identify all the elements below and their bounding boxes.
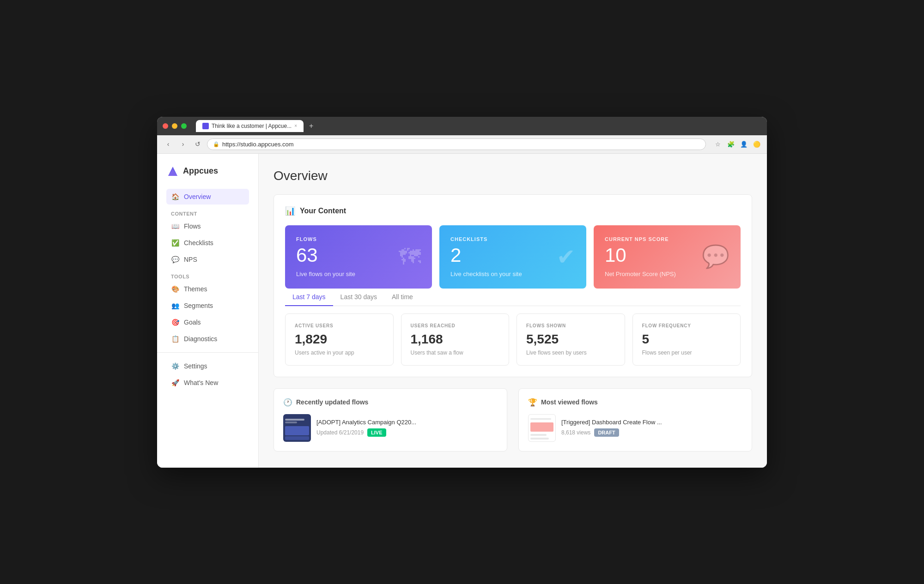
segments-icon: 👥 (171, 301, 179, 310)
recent-flow-name: [ADOPT] Analytics Campaign Q220... (316, 419, 498, 426)
goals-icon: 🎯 (171, 318, 179, 326)
sidebar-item-goals[interactable]: 🎯 Goals (166, 314, 249, 330)
flows-card[interactable]: FLOWS 63 Live flows on your site 🗺 (285, 225, 432, 289)
your-content-title: Your Content (300, 207, 346, 215)
nps-icon: 💬 (171, 255, 179, 264)
active-users-label: ACTIVE USERS (295, 323, 384, 328)
most-viewed-thumbnail (528, 414, 556, 442)
checklists-icon: ✅ (171, 239, 179, 247)
sidebar-item-flows[interactable]: 📖 Flows (166, 218, 249, 234)
recent-flow-status: LIVE (367, 428, 386, 437)
browser-tab[interactable]: Think like a customer | Appcue... × (196, 120, 304, 132)
recent-flow-item[interactable]: [ADOPT] Analytics Campaign Q220... Updat… (283, 414, 498, 442)
trophy-icon: 🏆 (528, 398, 537, 407)
users-reached-stat: USERS REACHED 1,168 Users that saw a flo… (401, 313, 510, 366)
flows-shown-stat: FLOWS SHOWN 5,525 Live flows seen by use… (517, 313, 625, 366)
tools-section-label: TOOLS (166, 268, 249, 281)
sidebar-item-themes[interactable]: 🎨 Themes (166, 281, 249, 297)
bar-chart-icon: 📊 (285, 206, 295, 216)
checklists-card-icon: ✔ (557, 244, 575, 270)
avatar-icon[interactable]: 🟡 (752, 139, 761, 149)
sidebar-item-checklists[interactable]: ✅ Checklists (166, 235, 249, 251)
sidebar-item-diagnostics[interactable]: 📋 Diagnostics (166, 331, 249, 347)
most-viewed-flow-meta: 8,618 views DRAFT (561, 428, 742, 437)
sidebar-item-settings[interactable]: ⚙️ Settings (166, 358, 249, 374)
nps-card-label: CURRENT NPS SCORE (605, 236, 729, 242)
bottom-nav: ⚙️ Settings 🚀 What's New (157, 358, 258, 391)
bookmark-icon[interactable]: ☆ (713, 139, 723, 149)
most-viewed-title: Most viewed flows (541, 398, 598, 406)
active-users-stat: ACTIVE USERS 1,829 Users active in your … (285, 313, 394, 366)
app-layout: Appcues 🏠 Overview CONTENT 📖 Flows ✅ Che… (157, 154, 767, 468)
most-viewed-flow-status: DRAFT (594, 428, 619, 437)
most-viewed-flow-info: [Triggered] Dashboard Create Flow ... 8,… (561, 419, 742, 437)
diagnostics-icon: 📋 (171, 335, 179, 343)
page-title: Overview (274, 169, 752, 183)
tab-title: Think like a customer | Appcue... (212, 123, 292, 129)
your-content-header: 📊 Your Content (285, 206, 741, 216)
most-viewed-flow-views: 8,618 views (561, 429, 590, 436)
forward-button[interactable]: › (177, 138, 188, 150)
recently-updated-section: 🕐 Recently updated flows (274, 388, 507, 452)
flow-frequency-stat: FLOW FREQUENCY 5 Flows seen per user (632, 313, 741, 366)
address-bar[interactable]: 🔒 https://studio.appcues.com (207, 138, 706, 150)
flows-columns: 🕐 Recently updated flows (274, 388, 752, 452)
tab-close-icon[interactable]: × (294, 123, 297, 128)
time-tabs: Last 7 days Last 30 days All time (285, 289, 741, 306)
diagnostics-label: Diagnostics (184, 335, 217, 343)
themes-icon: 🎨 (171, 285, 179, 293)
url-text: https://studio.appcues.com (222, 141, 294, 148)
sidebar-item-overview[interactable]: 🏠 Overview (166, 189, 249, 205)
back-button[interactable]: ‹ (163, 138, 174, 150)
tab-last-7-days[interactable]: Last 7 days (285, 289, 333, 306)
sidebar-item-segments[interactable]: 👥 Segments (166, 298, 249, 313)
browser-titlebar: Think like a customer | Appcue... × + (157, 117, 767, 135)
recently-updated-header: 🕐 Recently updated flows (283, 398, 498, 407)
flows-shown-desc: Live flows seen by users (526, 349, 615, 356)
logo-text: Appcues (183, 166, 218, 176)
checklists-card[interactable]: CHECKLISTS 2 Live checklists on your sit… (439, 225, 586, 289)
recent-flow-updated: Updated 6/21/2019 (316, 429, 364, 436)
checklists-card-desc: Live checklists on your site (450, 271, 575, 277)
most-viewed-flow-name: [Triggered] Dashboard Create Flow ... (561, 419, 742, 426)
maximize-button[interactable] (181, 123, 187, 129)
tab-all-time[interactable]: All time (384, 289, 420, 306)
nps-label: NPS (184, 256, 197, 263)
flows-card-label: FLOWS (296, 236, 421, 242)
recent-flow-info: [ADOPT] Analytics Campaign Q220... Updat… (316, 419, 498, 437)
flow-frequency-label: FLOW FREQUENCY (642, 323, 731, 328)
flows-icon: 📖 (171, 222, 179, 230)
sidebar-item-whats-new[interactable]: 🚀 What's New (166, 375, 249, 391)
main-content: Overview 📊 Your Content FLOWS 63 Live fl… (259, 154, 767, 468)
sidebar-item-nps[interactable]: 💬 NPS (166, 252, 249, 267)
settings-icon: ⚙️ (171, 362, 179, 370)
extension-icon[interactable]: 🧩 (726, 139, 736, 149)
tab-favicon (202, 123, 209, 129)
minimize-button[interactable] (172, 123, 177, 129)
browser-window: Think like a customer | Appcue... × + ‹ … (157, 117, 767, 468)
refresh-button[interactable]: ↺ (192, 138, 203, 150)
checklists-label: Checklists (184, 239, 213, 247)
whats-new-label: What's New (184, 379, 218, 386)
nps-card[interactable]: CURRENT NPS SCORE 10 Net Promoter Score … (594, 225, 741, 289)
new-tab-button[interactable]: + (309, 122, 313, 130)
your-content-section: 📊 Your Content FLOWS 63 Live flows on yo… (274, 194, 752, 377)
users-reached-number: 1,168 (411, 332, 500, 347)
themes-label: Themes (184, 285, 207, 293)
flows-shown-label: FLOWS SHOWN (526, 323, 615, 328)
recent-flow-meta: Updated 6/21/2019 LIVE (316, 428, 498, 437)
lock-icon: 🔒 (213, 141, 219, 147)
main-nav: 🏠 Overview CONTENT 📖 Flows ✅ Checklists … (157, 189, 258, 347)
close-button[interactable] (163, 123, 168, 129)
checklists-card-label: CHECKLISTS (450, 236, 575, 242)
overview-label: Overview (184, 193, 211, 200)
profile-icon[interactable]: 👤 (739, 139, 748, 149)
flows-card-icon: 🗺 (399, 244, 421, 270)
appcues-logo-icon (166, 165, 179, 178)
recently-updated-title: Recently updated flows (296, 398, 368, 406)
tab-last-30-days[interactable]: Last 30 days (333, 289, 384, 306)
flow-frequency-desc: Flows seen per user (642, 349, 731, 356)
stats-grid: ACTIVE USERS 1,829 Users active in your … (285, 313, 741, 366)
nps-card-icon: 💬 (702, 244, 729, 270)
most-viewed-flow-item[interactable]: [Triggered] Dashboard Create Flow ... 8,… (528, 414, 742, 442)
